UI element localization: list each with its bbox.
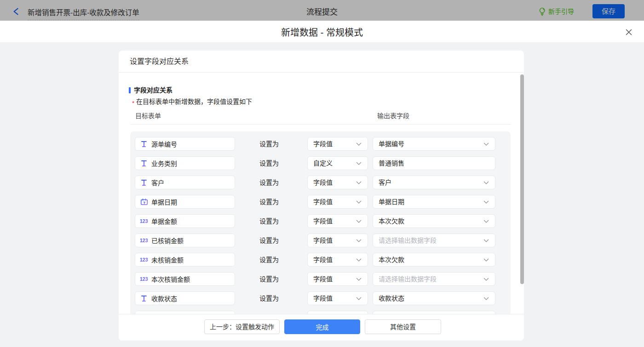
svg-text:123: 123: [140, 257, 148, 262]
svg-text:123: 123: [140, 219, 148, 223]
svg-text:123: 123: [140, 277, 148, 281]
svg-text:123: 123: [140, 238, 148, 243]
